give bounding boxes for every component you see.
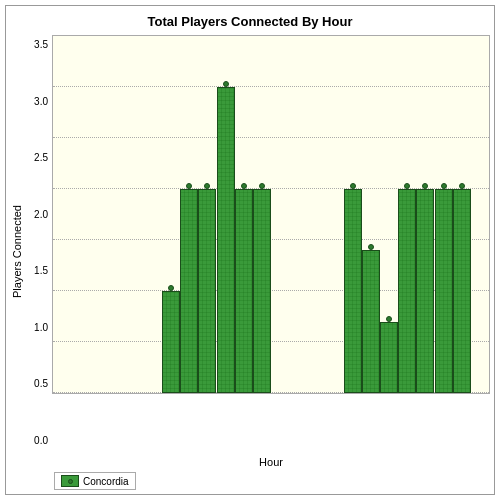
- legend-icon: [61, 475, 79, 487]
- dot-marker: [241, 183, 247, 189]
- y-tick-label: 2.5: [34, 152, 48, 163]
- grid-line: [53, 35, 489, 36]
- grid-line: [53, 137, 489, 138]
- chart-body: Players Connected 3.53.02.52.01.51.00.50…: [10, 35, 490, 468]
- dot-marker: [259, 183, 265, 189]
- y-axis-label: Players Connected: [10, 35, 24, 468]
- dot-marker: [350, 183, 356, 189]
- y-tick-label: 2.0: [34, 209, 48, 220]
- grid-line: [53, 86, 489, 87]
- y-tick-label: 1.5: [34, 265, 48, 276]
- x-axis-labels: 10/20 5 AM10/20 7 AM10/20 9 AM10/20 11 A…: [52, 394, 490, 454]
- bar: [344, 189, 362, 393]
- dot-marker: [386, 316, 392, 322]
- y-tick-label: 3.5: [34, 39, 48, 50]
- y-tick-label: 0.0: [34, 435, 48, 446]
- dot-marker: [223, 81, 229, 87]
- bar: [416, 189, 434, 393]
- bar: [235, 189, 253, 393]
- bar: [217, 87, 235, 393]
- bar: [453, 189, 471, 393]
- bar: [180, 189, 198, 393]
- legend-label: Concordia: [83, 476, 129, 487]
- dot-marker: [186, 183, 192, 189]
- dot-marker: [422, 183, 428, 189]
- bar: [253, 189, 271, 393]
- chart-container: Total Players Connected By Hour Players …: [5, 5, 495, 495]
- dot-marker: [459, 183, 465, 189]
- y-ticks-and-plot: 3.53.02.52.01.51.00.50.0 10/20 5 AM10/20…: [24, 35, 490, 468]
- dot-marker: [368, 244, 374, 250]
- legend-area: Concordia: [10, 472, 490, 490]
- legend-box: Concordia: [54, 472, 136, 490]
- bar: [362, 250, 380, 393]
- bar: [198, 189, 216, 393]
- x-axis-title: Hour: [52, 456, 490, 468]
- dot-marker: [168, 285, 174, 291]
- dot-marker: [204, 183, 210, 189]
- chart-title: Total Players Connected By Hour: [148, 14, 353, 29]
- legend-dot: [68, 479, 73, 484]
- y-tick-label: 1.0: [34, 322, 48, 333]
- y-tick-label: 3.0: [34, 96, 48, 107]
- plot-area: [52, 35, 490, 394]
- bar: [162, 291, 180, 393]
- bar: [398, 189, 416, 393]
- dot-marker: [404, 183, 410, 189]
- bar: [435, 189, 453, 393]
- bar: [380, 322, 398, 393]
- y-ticks: 3.53.02.52.01.51.00.50.0: [24, 35, 52, 468]
- dot-marker: [441, 183, 447, 189]
- y-tick-label: 0.5: [34, 378, 48, 389]
- plot-area-col: 10/20 5 AM10/20 7 AM10/20 9 AM10/20 11 A…: [52, 35, 490, 468]
